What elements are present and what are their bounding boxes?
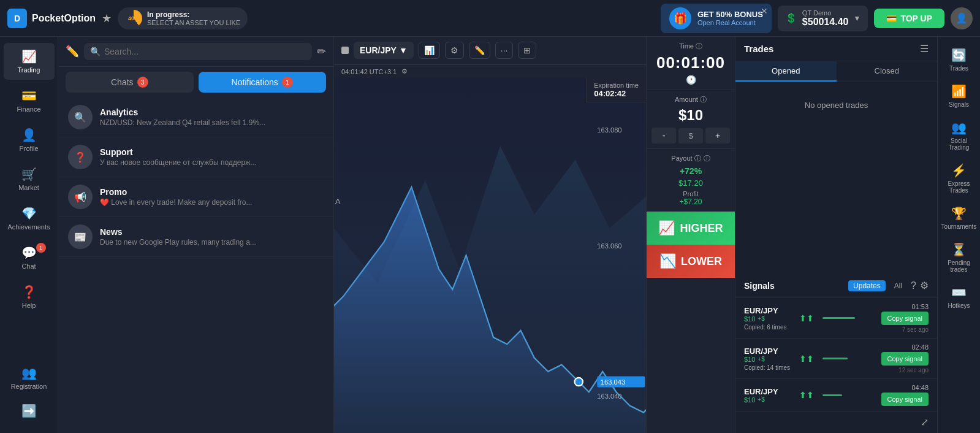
currency-display: $: [678, 128, 703, 144]
signal-2-bar: [822, 358, 848, 359]
account-info[interactable]: 💲 QT Demo $50014.40 ▼: [778, 6, 868, 31]
sidebar-item-logout[interactable]: ➡️: [4, 397, 55, 427]
lower-button[interactable]: 📉 LOWER: [647, 245, 735, 278]
sidebar-item-chat[interactable]: 1 💬 Chat: [4, 239, 55, 276]
compose-button[interactable]: ✏️: [66, 45, 79, 58]
main-area: 📈 Trading 💳 Finance 👤 Profile 🛒 Market 💎…: [0, 37, 980, 433]
amount-minus-button[interactable]: -: [651, 128, 676, 144]
copy-signal-1-button[interactable]: Copy signal: [881, 312, 929, 325]
indicators-button[interactable]: ···: [495, 42, 514, 59]
favorite-button[interactable]: ★: [102, 12, 112, 25]
profit-value: +$7.20: [651, 197, 730, 206]
signal-2-arrow-icon: ⬆⬆: [799, 354, 814, 364]
bonus-banner[interactable]: 🎁 GET 50% BONUS Open Real Account ✕: [661, 4, 772, 33]
fullscreen-button[interactable]: ⊞: [518, 42, 536, 59]
sidebar-item-achievements[interactable]: 💎 Achievements: [4, 200, 55, 237]
fr-item-social-trading[interactable]: 👥 Social Trading: [938, 114, 980, 157]
account-balance: $50014.40: [802, 17, 849, 28]
amount-plus-button[interactable]: +: [705, 128, 730, 144]
chats-tab[interactable]: Chats 3: [66, 72, 194, 93]
fr-item-express-trades[interactable]: ⚡ Express Trades: [938, 157, 980, 200]
bonus-title: GET 50% BONUS: [697, 10, 763, 19]
fr-item-tournaments[interactable]: 🏆 Tournaments: [938, 200, 980, 236]
chart-type-button[interactable]: 📊: [419, 42, 440, 59]
fr-item-pending-trades[interactable]: ⏳ Pending trades: [938, 236, 980, 279]
signal-1-time-col: 01:53 Copy signal 7 sec ago: [881, 303, 929, 333]
signals-updates-tab[interactable]: Updates: [848, 280, 886, 291]
tab-opened[interactable]: Opened: [735, 61, 837, 82]
signal-1-time: 01:53: [911, 303, 929, 310]
price-area: [334, 187, 646, 433]
chats-badge: 3: [137, 77, 148, 88]
sidebar-item-market[interactable]: 🛒 Market: [4, 161, 55, 197]
promo-avatar: 📢: [68, 185, 93, 209]
sidebar-item-profile[interactable]: 👤 Profile: [4, 121, 55, 158]
search-box[interactable]: 🔍: [84, 43, 312, 60]
new-chat-button[interactable]: ✏: [317, 45, 326, 58]
progress-text: In progress: SELECT AN ASSET YOU LIKE: [147, 10, 240, 26]
payout-section: Payout ⓘ ⓘ +72% $17.20 Profit +$7.20: [647, 149, 735, 212]
bonus-icon: 🎁: [669, 7, 691, 29]
sidebar-item-help[interactable]: ❓ Help: [4, 278, 55, 315]
signal-row-2: EUR/JPY $10 +$ Copied: 14 times ⬆⬆ 02:48…: [735, 339, 937, 379]
mountain-shape: [334, 146, 646, 433]
chat-toolbar: ✏️ 🔍 ✏: [58, 37, 333, 67]
draw-button[interactable]: ✏️: [469, 42, 490, 59]
copy-signal-2-button[interactable]: Copy signal: [881, 352, 929, 366]
fr-item-trades[interactable]: 🔄 Trades: [938, 42, 980, 78]
registration-label: Registration: [11, 383, 47, 390]
left-sidebar: 📈 Trading 💳 Finance 👤 Profile 🛒 Market 💎…: [0, 37, 58, 433]
trades-tabs: Opened Closed: [735, 61, 937, 82]
lower-icon: 📉: [659, 253, 676, 269]
chart-canvas[interactable]: 163.080 163.060 163.043 163.040 A Expira…: [334, 78, 646, 433]
time-icon[interactable]: 🕐: [651, 75, 730, 85]
signals-all-tab[interactable]: All: [889, 280, 907, 291]
bonus-close-button[interactable]: ✕: [761, 6, 768, 16]
signals-controls: Updates All ? ⚙: [848, 280, 929, 291]
payout-info-icon: ⓘ: [704, 154, 710, 163]
signals-settings-button[interactable]: ⚙: [920, 280, 929, 291]
chat-badge: 1: [36, 243, 46, 253]
trading-icon: 📈: [21, 49, 37, 64]
signal-1-pair: EUR/JPY: [744, 306, 794, 315]
signal-3-bar-container: [822, 394, 873, 396]
chat-list: 🔍 Analytics NZD/USD: New Zealand Q4 reta…: [58, 98, 333, 433]
tab-closed[interactable]: Closed: [837, 61, 938, 82]
list-item[interactable]: 🔍 Analytics NZD/USD: New Zealand Q4 reta…: [58, 98, 333, 137]
fr-hotkeys-label: Hotkeys: [948, 302, 970, 309]
signal-1-bar-container: [822, 317, 873, 319]
list-item[interactable]: 📢 Promo ❤️ Love in every trade! Make any…: [58, 177, 333, 217]
signal-3-info: EUR/JPY $10 +$: [744, 387, 794, 404]
topup-button[interactable]: 💳 TOP UP: [874, 9, 944, 28]
fr-item-signals[interactable]: 📶 Signals: [938, 78, 980, 114]
pair-selector[interactable]: EUR/JPY ▼: [354, 42, 414, 59]
fr-item-hotkeys[interactable]: ⌨️ Hotkeys: [938, 279, 980, 315]
sidebar-item-trading[interactable]: 📈 Trading: [4, 43, 55, 80]
list-item[interactable]: ❓ Support У вас новое сообщение от служб…: [58, 137, 333, 177]
avatar[interactable]: 👤: [951, 7, 973, 29]
signals-help-button[interactable]: ?: [911, 280, 916, 291]
list-item[interactable]: 📰 News Due to new Google Play rules, man…: [58, 217, 333, 257]
higher-button[interactable]: 📈 HIGHER: [647, 212, 735, 245]
settings-icon[interactable]: ⚙: [401, 67, 408, 75]
copy-signal-3-button[interactable]: Copy signal: [881, 393, 929, 406]
achievements-label: Achievements: [7, 223, 50, 231]
expand-signals-button[interactable]: ⤢: [921, 416, 929, 428]
notifications-tab[interactable]: Notifications 1: [199, 72, 327, 93]
progress-circle: 40%: [125, 10, 142, 27]
sidebar-item-finance[interactable]: 💳 Finance: [4, 82, 55, 119]
trades-menu-button[interactable]: ☰: [920, 43, 929, 55]
logo[interactable]: D PocketOption: [7, 9, 96, 28]
search-input[interactable]: [104, 47, 306, 56]
notifications-badge: 1: [282, 77, 293, 88]
progress-badge[interactable]: 40% In progress: SELECT AN ASSET YOU LIK…: [118, 7, 248, 29]
signal-1-amount: $10: [744, 315, 755, 323]
price-high-label: 163.080: [597, 126, 621, 134]
point-a-label: A: [335, 197, 341, 206]
sidebar-item-registration[interactable]: 👥 Registration: [4, 359, 55, 396]
chart-flag-icon[interactable]: [341, 47, 349, 54]
amount-section: Amount ⓘ $10 - $ +: [647, 90, 735, 149]
chart-settings-button[interactable]: ⚙: [445, 42, 464, 59]
news-preview: Due to new Google Play rules, many tradi…: [100, 238, 324, 247]
signal-1-info: EUR/JPY $10 +$ Copied: 6 times: [744, 306, 794, 331]
